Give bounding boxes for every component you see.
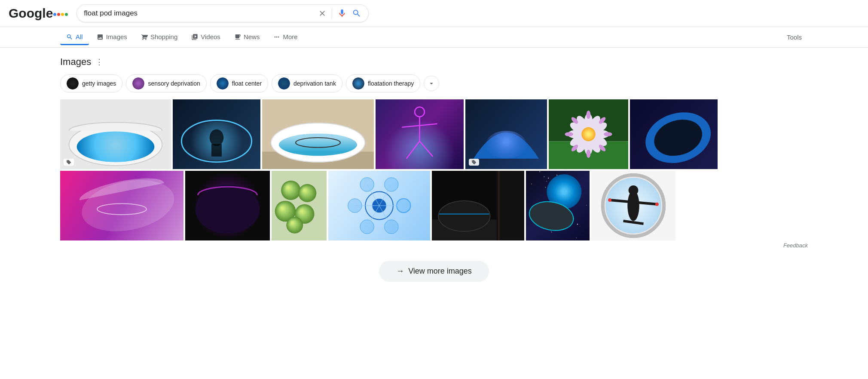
shopping-icon [141, 34, 148, 40]
image-pink-pod [60, 171, 183, 240]
image-cell-2-7[interactable] [591, 171, 675, 240]
image-infographic [328, 171, 430, 240]
chip-sensory-thumb [132, 77, 144, 89]
image-cell-2-6[interactable] [526, 171, 590, 240]
image-silhouette-pod [173, 99, 260, 169]
videos-icon [191, 34, 198, 40]
tag-icon [66, 160, 71, 165]
close-icon [318, 9, 327, 18]
search-bar [76, 4, 369, 22]
divider [332, 8, 332, 18]
tag-badge-1 [64, 159, 74, 166]
clear-button[interactable] [318, 9, 327, 18]
tab-all-label: All [76, 33, 83, 40]
image-lotus-flower [549, 99, 628, 169]
image-green-balls [272, 171, 327, 240]
tab-all[interactable]: All [60, 30, 89, 45]
image-purple-dancer [376, 99, 464, 169]
more-dots-icon [273, 34, 280, 40]
image-dark-pod [630, 99, 718, 169]
chip-sensory-label: sensory deprivation [148, 80, 200, 87]
tab-more[interactable]: More [267, 30, 303, 45]
chip-sensory-deprivation[interactable]: sensory deprivation [126, 74, 206, 92]
chip-getty-images[interactable]: getty images [60, 74, 122, 92]
chip-getty-label: getty images [82, 80, 116, 87]
view-more-section: → View more images [60, 261, 808, 282]
chips-expand-button[interactable] [424, 76, 439, 91]
chip-deprivation-tank[interactable]: deprivation tank [272, 74, 342, 92]
view-more-label: View more images [408, 267, 472, 276]
search-icon [352, 9, 361, 18]
images-section-header: Images ⋮ [60, 56, 808, 68]
image-person-pod-top [591, 171, 675, 240]
news-icon [234, 34, 241, 40]
image-dark-pod-2 [185, 171, 270, 240]
chip-deprivation-label: deprivation tank [293, 80, 336, 87]
image-dark-room-pod [432, 171, 524, 240]
tag-icon [471, 160, 477, 165]
image-row-2 [60, 171, 808, 240]
search-icons [318, 8, 361, 18]
image-float-pod-open [60, 99, 171, 169]
tools-button[interactable]: Tools [781, 30, 808, 44]
images-title: Images [60, 56, 91, 68]
feedback-row: Feedback [60, 242, 808, 249]
chip-getty-thumb [67, 77, 79, 89]
tab-images-label: Images [106, 33, 127, 40]
header: G o o g l e [0, 0, 868, 27]
image-cell-1-1[interactable] [60, 99, 171, 169]
image-cell-1-5[interactable] [465, 99, 547, 169]
tab-more-label: More [283, 33, 297, 40]
all-icon [66, 34, 73, 40]
tab-videos-label: Videos [201, 33, 220, 40]
image-cell-2-4[interactable] [328, 171, 430, 240]
image-cell-1-3[interactable] [262, 99, 374, 169]
tag-badge-2 [469, 159, 479, 166]
chip-floatation-label: floatation therapy [368, 80, 414, 87]
chip-float-center[interactable]: float center [210, 74, 268, 92]
image-cell-2-2[interactable] [185, 171, 270, 240]
tab-news[interactable]: News [228, 30, 266, 45]
filter-chips: getty images sensory deprivation float c… [60, 74, 808, 92]
main-content: Images ⋮ getty images sensory deprivatio… [0, 48, 868, 299]
tab-images[interactable]: Images [91, 30, 133, 45]
chip-floatation-therapy[interactable]: floatation therapy [346, 74, 420, 92]
image-cell-1-2[interactable] [173, 99, 260, 169]
chip-deprivation-thumb [278, 77, 290, 89]
image-person-floating [262, 99, 374, 169]
tab-shopping-label: Shopping [150, 33, 177, 40]
image-cell-1-7[interactable] [630, 99, 718, 169]
view-more-button[interactable]: → View more images [379, 261, 489, 282]
mic-icon [337, 9, 347, 18]
chip-floatation-thumb [352, 77, 364, 89]
tab-shopping[interactable]: Shopping [135, 30, 183, 45]
image-row-1 [60, 99, 808, 169]
voice-search-button[interactable] [337, 9, 347, 18]
chip-float-label: float center [232, 80, 262, 87]
view-more-arrow: → [396, 267, 404, 276]
image-cell-2-1[interactable] [60, 171, 183, 240]
image-cell-2-5[interactable] [432, 171, 524, 240]
search-button[interactable] [352, 9, 361, 18]
chevron-down-icon [428, 80, 435, 87]
logo-dots [53, 13, 68, 16]
images-icon [97, 34, 104, 40]
image-cell-2-3[interactable] [272, 171, 327, 240]
feedback-link[interactable]: Feedback [783, 242, 808, 249]
image-cell-1-6[interactable] [549, 99, 628, 169]
section-more-button[interactable]: ⋮ [95, 57, 103, 67]
tab-videos[interactable]: Videos [185, 30, 226, 45]
image-cell-1-4[interactable] [376, 99, 464, 169]
google-logo[interactable]: G o o g l e [9, 7, 68, 20]
search-input[interactable] [84, 9, 314, 18]
nav-tabs: All Images Shopping Videos News More Too… [0, 27, 868, 48]
tab-news-label: News [244, 33, 260, 40]
chip-float-thumb [217, 77, 229, 89]
image-space-pod [526, 171, 590, 240]
